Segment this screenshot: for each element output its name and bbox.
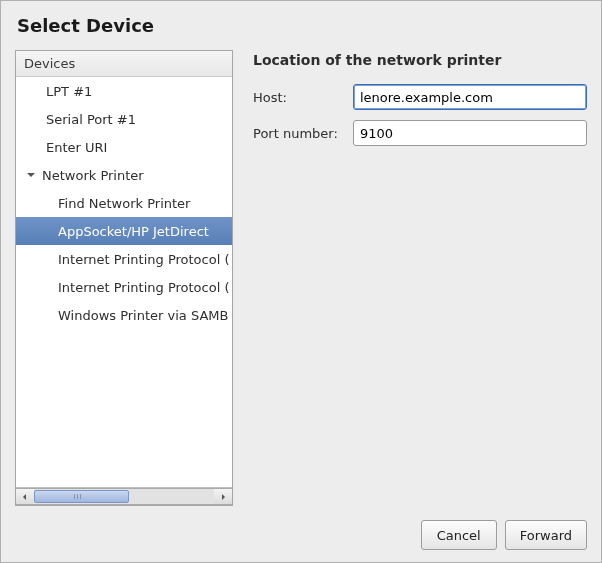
device-item-find-network-printer[interactable]: Find Network Printer — [16, 189, 232, 217]
host-row: Host: — [253, 84, 587, 110]
devices-tree-body[interactable]: LPT #1 Serial Port #1 Enter URI Network … — [16, 77, 232, 487]
tree-expander-down-icon[interactable] — [24, 168, 38, 182]
chevron-left-icon — [21, 493, 29, 501]
device-item-appsocket[interactable]: AppSocket/HP JetDirect — [16, 217, 232, 245]
device-item-label: Serial Port #1 — [46, 112, 136, 127]
device-item-enter-uri[interactable]: Enter URI — [16, 133, 232, 161]
device-item-lpt1[interactable]: LPT #1 — [16, 77, 232, 105]
devices-panel: Devices LPT #1 Serial Port #1 Enter URI — [15, 50, 233, 506]
dialog-footer: Cancel Forward — [15, 506, 587, 550]
device-item-label: Network Printer — [42, 168, 144, 183]
devices-header: Devices — [16, 51, 232, 77]
device-item-label: Internet Printing Protocol ( — [58, 252, 229, 267]
device-item-label: Enter URI — [46, 140, 107, 155]
device-item-network-printer[interactable]: Network Printer — [16, 161, 232, 189]
devices-horizontal-scrollbar[interactable] — [16, 487, 232, 505]
dialog-title: Select Device — [17, 15, 587, 36]
dialog-content: Devices LPT #1 Serial Port #1 Enter URI — [15, 50, 587, 506]
forward-button[interactable]: Forward — [505, 520, 587, 550]
scrollbar-track[interactable] — [34, 488, 214, 505]
printer-location-panel: Location of the network printer Host: Po… — [253, 50, 587, 506]
device-item-ipp-2[interactable]: Internet Printing Protocol ( — [16, 273, 232, 301]
port-label: Port number: — [253, 126, 353, 141]
select-device-dialog: Select Device Devices LPT #1 Serial Port… — [1, 1, 601, 562]
device-item-serial1[interactable]: Serial Port #1 — [16, 105, 232, 133]
device-item-label: Find Network Printer — [58, 196, 190, 211]
host-label: Host: — [253, 90, 353, 105]
device-item-samba[interactable]: Windows Printer via SAMB — [16, 301, 232, 329]
device-item-ipp-1[interactable]: Internet Printing Protocol ( — [16, 245, 232, 273]
device-item-label: LPT #1 — [46, 84, 92, 99]
section-title: Location of the network printer — [253, 52, 587, 68]
scroll-right-button[interactable] — [214, 488, 232, 505]
scrollbar-thumb[interactable] — [34, 490, 129, 503]
port-input[interactable] — [353, 120, 587, 146]
host-input[interactable] — [353, 84, 587, 110]
port-row: Port number: — [253, 120, 587, 146]
cancel-button[interactable]: Cancel — [421, 520, 497, 550]
scroll-left-button[interactable] — [16, 488, 34, 505]
device-item-label: Internet Printing Protocol ( — [58, 280, 229, 295]
device-item-label: Windows Printer via SAMB — [58, 308, 228, 323]
device-item-label: AppSocket/HP JetDirect — [58, 224, 209, 239]
devices-tree: Devices LPT #1 Serial Port #1 Enter URI — [15, 50, 233, 506]
chevron-right-icon — [219, 493, 227, 501]
